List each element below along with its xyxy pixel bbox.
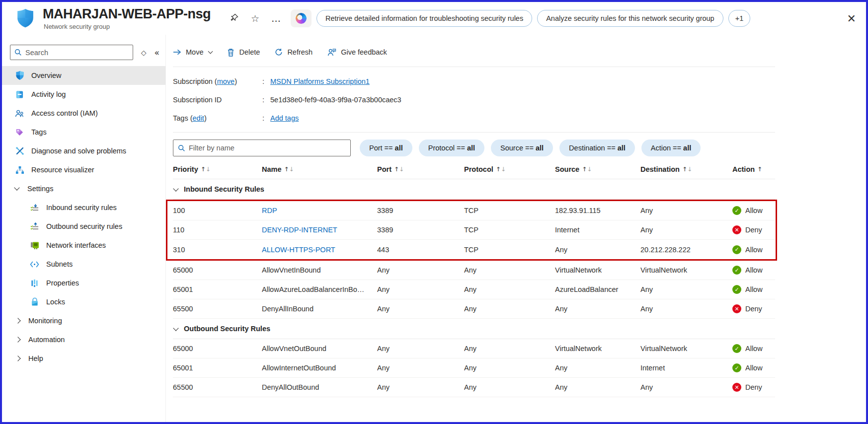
action-label: Allow — [745, 345, 763, 353]
rule-row-allow-https-port[interactable]: 310ALLOW-HTTPS-PORT443TCPAny20.212.228.2… — [173, 240, 775, 259]
page-header: MAHARJAN-WEB-APP-nsg Network security gr… — [2, 2, 866, 35]
section-header-inbound-security-rules[interactable]: Inbound Security Rules — [173, 179, 775, 200]
delete-button[interactable]: Delete — [227, 48, 260, 57]
search-icon — [178, 144, 185, 152]
allow-icon: ✓ — [732, 344, 741, 353]
main-panel: Move Delete — [166, 35, 866, 422]
allow-icon: ✓ — [732, 245, 741, 254]
deny-icon: ✕ — [732, 383, 741, 392]
sidebar-item-monitoring[interactable]: Monitoring — [2, 311, 165, 330]
copilot-button[interactable] — [291, 9, 312, 27]
copilot-suggestion-troubleshoot[interactable]: Retrieve detailed information for troubl… — [316, 10, 532, 27]
sidebar-item-locks[interactable]: Locks — [2, 292, 165, 311]
sidebar-item-properties[interactable]: Properties — [2, 274, 165, 292]
sort-arrows-icon: ↑↓ — [582, 166, 592, 173]
tags-edit-link[interactable]: edit — [193, 114, 204, 122]
sidebar-search-box[interactable] — [10, 45, 133, 60]
rule-row-allowazureloadbalancerinbo[interactable]: 65001AllowAzureLoadBalancerInBo…AnyAnyAz… — [173, 280, 775, 299]
essentials-divider — [173, 132, 775, 133]
sidebar-item-overview[interactable]: Overview — [2, 66, 165, 85]
subscription-id-row: Subscription ID : 5e1d38e0-fef9-40a3-9f9… — [173, 90, 775, 109]
sidebar-item-settings[interactable]: Settings — [2, 179, 165, 198]
filter-pill-port[interactable]: Port == all — [360, 140, 412, 156]
rule-name-link[interactable]: ALLOW-HTTPS-PORT — [262, 246, 335, 254]
rule-row-denyalloutbound[interactable]: 65500DenyAllOutBoundAnyAnyAnyAny✕Deny — [173, 378, 775, 397]
sidebar-item-label: Network interfaces — [46, 241, 106, 249]
filter-pill-action[interactable]: Action == all — [641, 140, 701, 156]
sidebar-collapse-icon[interactable]: « — [155, 48, 159, 58]
column-header-protocol[interactable]: Protocol↑↓ — [464, 165, 555, 173]
copilot-icon — [296, 13, 307, 24]
column-header-name[interactable]: Name↑↓ — [262, 165, 377, 173]
page-title: MAHARJAN-WEB-APP-nsg — [43, 6, 211, 21]
chevron-down-icon — [14, 185, 19, 190]
overview-shield-icon — [15, 71, 24, 80]
sidebar-item-tags[interactable]: Tags — [2, 123, 165, 141]
rule-row-allowinternetoutbound[interactable]: 65001AllowInternetOutBoundAnyAnyAnyInter… — [173, 358, 775, 378]
refresh-button[interactable]: Refresh — [275, 48, 313, 56]
subscription-value-link[interactable]: MSDN Platforms Subscription1 — [270, 77, 370, 85]
column-header-priority[interactable]: Priority↑↓ — [173, 165, 262, 173]
close-icon[interactable]: ✕ — [847, 12, 856, 25]
rule-row-denyallinbound[interactable]: 65500DenyAllInBoundAnyAnyAnyAny✕Deny — [173, 299, 775, 319]
locks-icon — [30, 297, 39, 307]
azure-portal-window: MAHARJAN-WEB-APP-nsg Network security gr… — [0, 0, 868, 424]
rule-row-allowvnetoutbound[interactable]: 65000AllowVnetOutBoundAnyAnyVirtualNetwo… — [173, 339, 775, 358]
filter-pill-source[interactable]: Source == all — [491, 140, 553, 156]
action-label: Allow — [745, 246, 763, 254]
copilot-suggestion-analyze[interactable]: Analyze security rules for this network … — [537, 10, 723, 27]
filter-pill-protocol[interactable]: Protocol == all — [419, 140, 484, 156]
sidebar-item-outbound-security-rules[interactable]: Outbound security rules — [2, 217, 165, 236]
filter-by-name-input[interactable] — [189, 144, 346, 152]
sidebar-item-label: Tags — [31, 128, 47, 136]
sidebar-item-label: Help — [28, 354, 43, 362]
sidebar-search-input[interactable] — [25, 49, 129, 57]
column-header-destination[interactable]: Destination↑↓ — [640, 165, 732, 173]
sidebar-item-network-interfaces[interactable]: Network interfaces — [2, 236, 165, 255]
sidebar-nav: OverviewActivity logAccess control (IAM)… — [2, 66, 165, 368]
chevron-down-icon — [173, 325, 178, 331]
subscription-row: Subscription (move) : MSDN Platforms Sub… — [173, 72, 775, 90]
rule-name-link[interactable]: RDP — [262, 207, 277, 214]
deny-icon: ✕ — [732, 304, 741, 313]
more-options-icon[interactable]: … — [271, 13, 281, 24]
favorite-star-icon[interactable]: ☆ — [251, 13, 259, 24]
sidebar-expand-icon[interactable]: ◇ — [141, 49, 147, 57]
column-header-port[interactable]: Port↑↓ — [377, 165, 464, 173]
trash-icon — [227, 48, 235, 57]
subnets-icon — [30, 260, 39, 269]
sidebar-item-resource-visualizer[interactable]: Resource visualizer — [2, 160, 165, 179]
tags-row: Tags (edit) : Add tags — [173, 109, 775, 127]
column-header-action[interactable]: Action↑ — [732, 165, 775, 173]
sidebar-item-inbound-security-rules[interactable]: Inbound security rules — [2, 198, 165, 217]
rules-table-body: Inbound Security Rules100RDP3389TCP182.9… — [173, 179, 775, 397]
rule-name-link[interactable]: DENY-RDP-INTERNET — [262, 226, 337, 234]
section-header-outbound-security-rules[interactable]: Outbound Security Rules — [173, 319, 775, 339]
filter-pill-destination[interactable]: Destination == all — [559, 140, 635, 156]
rule-row-rdp[interactable]: 100RDP3389TCP182.93.91.115Any✓Allow — [173, 201, 775, 220]
sort-arrows-icon: ↑↓ — [682, 166, 692, 173]
give-feedback-button[interactable]: Give feedback — [327, 48, 387, 56]
filter-by-name-box[interactable] — [173, 140, 351, 156]
action-label: Deny — [745, 226, 762, 234]
rule-row-deny-rdp-internet[interactable]: 110DENY-RDP-INTERNET3389TCPInternetAny✕D… — [173, 220, 775, 240]
sidebar-item-subnets[interactable]: Subnets — [2, 255, 165, 274]
subscription-move-link[interactable]: move — [217, 77, 235, 85]
sort-arrows-icon: ↑↓ — [394, 166, 404, 173]
diagnose-icon — [15, 146, 24, 156]
sidebar-item-automation[interactable]: Automation — [2, 330, 165, 349]
allow-icon: ✓ — [732, 206, 741, 215]
feedback-icon — [327, 48, 336, 56]
rule-row-allowvnetinbound[interactable]: 65000AllowVnetInBoundAnyAnyVirtualNetwor… — [173, 261, 775, 280]
move-arrow-icon — [173, 49, 181, 56]
sidebar-item-activity-log[interactable]: Activity log — [2, 85, 165, 104]
copilot-more-suggestions[interactable]: +1 — [728, 10, 751, 27]
sidebar-item-label: Subnets — [46, 260, 73, 268]
column-header-source[interactable]: Source↑↓ — [555, 165, 640, 173]
move-button[interactable]: Move — [173, 48, 212, 56]
sidebar-item-help[interactable]: Help — [2, 349, 165, 368]
sidebar-item-access-control-iam[interactable]: Access control (IAM) — [2, 104, 165, 123]
sidebar-item-diagnose-and-solve-problems[interactable]: Diagnose and solve problems — [2, 141, 165, 160]
pin-icon[interactable] — [230, 13, 239, 24]
add-tags-link[interactable]: Add tags — [270, 114, 299, 122]
